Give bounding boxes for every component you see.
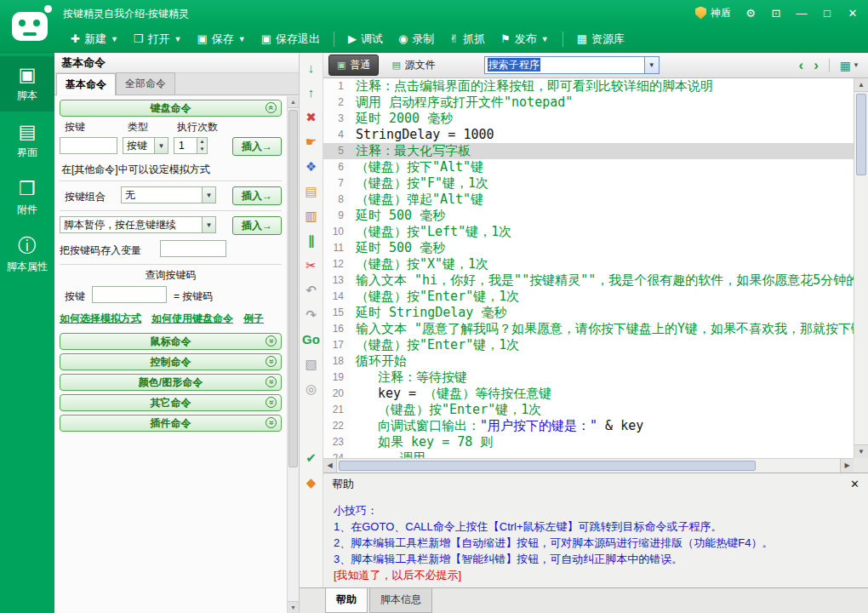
expand-icon[interactable]: « — [266, 397, 277, 408]
toolbar-record-button[interactable]: ◉录制 — [391, 28, 442, 50]
scroll-up-icon[interactable]: ▲ — [854, 78, 868, 92]
syntax-check-icon[interactable]: ✔ — [306, 450, 317, 467]
combo-select[interactable]: 无▼ — [121, 186, 216, 203]
store-variable-input[interactable] — [160, 240, 226, 257]
code-line[interactable]: 6（键盘）按下"Alt"键 — [323, 159, 854, 175]
code-line[interactable]: 9延时 500 毫秒 — [323, 208, 854, 224]
chevron-down-icon[interactable]: ▼ — [644, 57, 659, 73]
maximize-button[interactable]: □ — [819, 7, 836, 20]
cut-icon[interactable]: ✂ — [306, 257, 317, 274]
toolbar-save-exit-button[interactable]: ▣保存退出 — [254, 28, 328, 50]
spin-down-icon[interactable]: ▼ — [197, 146, 207, 153]
code-line[interactable]: 15延时 StringDelay 毫秒 — [323, 305, 854, 321]
expand-icon[interactable]: « — [266, 376, 277, 387]
scroll-down-icon[interactable]: ▼ — [854, 444, 868, 458]
code-line[interactable]: 7（键盘）按"F"键，1次 — [323, 175, 854, 192]
code-line[interactable]: 16输入文本 "愿意了解我吗？如果愿意，请你按下键盘上的Y键，如果不喜欢我，那就… — [323, 321, 854, 337]
undo-icon[interactable]: ↶ — [306, 282, 317, 299]
scroll-up-icon[interactable]: ▲ — [288, 96, 299, 108]
find-icon[interactable]: ◎ — [306, 381, 317, 398]
expand-icon[interactable]: « — [266, 356, 277, 367]
marker-icon[interactable]: ❖ — [306, 158, 317, 175]
toolbar-capture-button[interactable]: ✌抓抓 — [442, 28, 493, 50]
horizontal-scrollbar[interactable]: ◀ ▶ — [323, 458, 854, 473]
dropdown-caret-icon[interactable]: ▼ — [541, 35, 549, 43]
search-value[interactable]: 搜索子程序 — [488, 58, 540, 72]
help-link[interactable]: 如何使用键盘命令 — [151, 312, 233, 326]
count-stepper[interactable]: 1 ▲▼ — [174, 137, 208, 154]
toolbar-save-button[interactable]: ▣保存▼ — [189, 28, 253, 50]
panel-scrollbar[interactable]: ▲ ▼ — [287, 96, 299, 613]
code-line[interactable]: 3延时 2000 毫秒 — [323, 111, 854, 127]
dropdown-caret-icon[interactable]: ▼ — [111, 35, 118, 43]
code-line[interactable]: 19注释：等待按键 — [323, 370, 854, 386]
expand-icon[interactable]: « — [266, 335, 277, 347]
goto-icon[interactable]: Go — [302, 331, 320, 348]
code-line[interactable]: 5注释：最大化写字板 — [323, 143, 854, 159]
scroll-thumb[interactable] — [856, 94, 866, 175]
help-link[interactable]: 例子 — [243, 312, 264, 326]
redo-icon[interactable]: ↷ — [306, 306, 317, 324]
help-dismiss-link[interactable]: [我知道了，以后不必提示] — [334, 567, 868, 583]
insert-pause-button[interactable]: 插入→ — [232, 216, 282, 235]
shield-badge[interactable]: 神盾 — [695, 6, 731, 20]
scroll-left-icon[interactable]: ◀ — [323, 459, 337, 473]
toolbar-library-button[interactable]: ▦资源库 — [569, 28, 632, 50]
query-key-input[interactable] — [92, 286, 167, 303]
bottom-tab-help[interactable]: 帮助 — [325, 588, 368, 613]
help-link[interactable]: 如何选择模拟方式 — [60, 312, 141, 326]
pause-hand-icon[interactable]: ☛ — [306, 134, 317, 151]
section-header[interactable]: 其它命令« — [60, 394, 282, 411]
scroll-right-icon[interactable]: ▶ — [840, 459, 854, 473]
sidebar-item-interface[interactable]: ▤界面 — [0, 113, 54, 169]
code-line[interactable]: 4StringDelay = 1000 — [323, 127, 854, 143]
scroll-down-icon[interactable]: ▼ — [288, 601, 299, 613]
code-line[interactable]: 10（键盘）按"Left"键，1次 — [323, 224, 854, 240]
delete-line-icon[interactable]: ✖ — [306, 109, 317, 126]
vertical-scrollbar[interactable]: ▲ ▼ — [854, 78, 868, 458]
expand-icon[interactable]: « — [266, 417, 277, 428]
sidebar-item-attachment[interactable]: ❒附件 — [0, 170, 54, 226]
copy-icon[interactable]: ▤ — [305, 183, 317, 200]
view-tab-normal[interactable]: ▣普通 — [328, 54, 379, 76]
sidebar-item-script-properties[interactable]: ⓘ脚本属性 — [0, 227, 54, 283]
insert-combo-button[interactable]: 插入→ — [232, 186, 282, 205]
close-icon[interactable]: ✕ — [850, 478, 859, 490]
spin-up-icon[interactable]: ▲ — [197, 138, 207, 146]
section-header[interactable]: 鼠标命令« — [60, 333, 282, 350]
code-line[interactable]: 11延时 500 毫秒 — [323, 240, 854, 256]
comment-icon[interactable]: ∥ — [308, 232, 315, 249]
code-line[interactable]: 1注释：点击编辑界面的注释按钮，即可看到比较详细的脚本说明 — [323, 78, 854, 95]
bottom-tab-script-info[interactable]: 脚本信息 — [369, 588, 432, 613]
close-button[interactable]: ✕ — [844, 7, 861, 20]
code-line[interactable]: 17（键盘）按"Enter"键，1次 — [323, 337, 854, 353]
insert-key-button[interactable]: 插入→ — [232, 137, 282, 156]
section-header-keyboard[interactable]: 键盘命令 « — [60, 100, 282, 117]
code-editor[interactable]: 1注释：点击编辑界面的注释按钮，即可看到比较详细的脚本说明2调用 启动程序或打开… — [323, 78, 854, 458]
toolbar-open-button[interactable]: ❒打开▼ — [126, 28, 190, 50]
view-tab-source[interactable]: ▤源文件 — [383, 54, 443, 76]
move-up-icon[interactable]: ↑ — [308, 84, 315, 101]
subroutine-search-combobox[interactable]: 搜索子程序 ▼ — [484, 56, 660, 74]
type-select[interactable]: 按键▼ — [123, 137, 168, 154]
panel-tab[interactable]: 基本命令 — [56, 73, 116, 95]
code-line[interactable]: 23如果 key = 78 则 — [323, 434, 854, 450]
settings-gear-icon[interactable]: ⚙ — [742, 7, 759, 20]
minimize-button[interactable]: — — [793, 7, 810, 20]
sidebar-item-script[interactable]: ▣脚本 — [0, 56, 54, 112]
split-window-icon[interactable]: ▧ — [305, 356, 317, 373]
layout-grid-button[interactable]: ▦ ▼ — [840, 59, 859, 72]
section-header[interactable]: 插件命令« — [60, 415, 282, 432]
prev-subroutine-icon[interactable]: ‹ — [799, 58, 804, 72]
code-line[interactable]: 24调用 — [323, 450, 854, 458]
move-down-icon[interactable]: ↓ — [308, 60, 315, 77]
code-line[interactable]: 20key = （键盘）等待按任意键 — [323, 386, 854, 402]
tips-icon[interactable]: ◆ — [306, 474, 317, 491]
toolbar-publish-button[interactable]: ⚑发布▼ — [493, 28, 557, 50]
dropdown-caret-icon[interactable]: ▼ — [174, 35, 181, 43]
paste-icon[interactable]: ▥ — [305, 208, 317, 225]
toolbar-debug-button[interactable]: ▶调试 — [340, 28, 391, 50]
section-header[interactable]: 控制命令« — [60, 353, 282, 370]
scroll-thumb[interactable] — [288, 110, 298, 467]
code-line[interactable]: 14（键盘）按"Enter"键，1次 — [323, 289, 854, 305]
